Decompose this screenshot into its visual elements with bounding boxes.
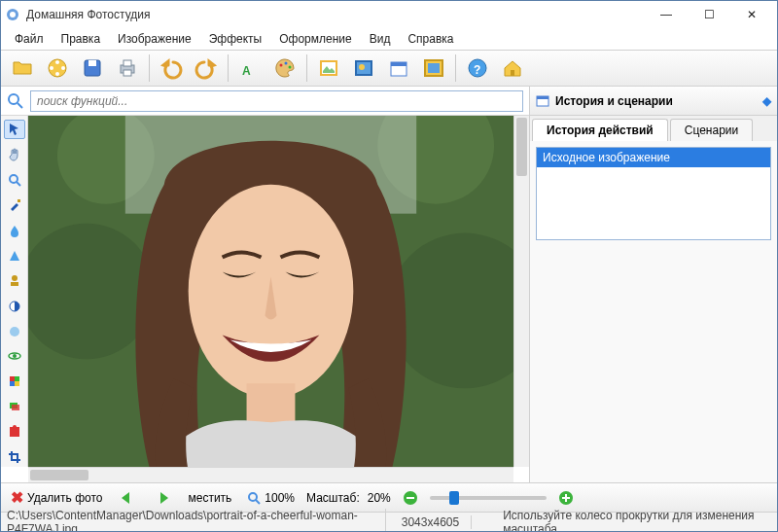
svg-line-32 [17,182,20,186]
zoom-in-button[interactable] [554,488,578,508]
pin-icon[interactable]: ◆ [762,94,771,108]
svg-point-47 [13,425,17,429]
layers-icon[interactable] [4,397,25,416]
menu-help[interactable]: Справка [400,30,461,48]
open-folder-icon[interactable] [7,53,38,84]
brush-icon[interactable] [4,195,25,215]
text-icon[interactable]: A [234,53,265,84]
minimize-button[interactable]: — [645,1,688,28]
svg-line-30 [18,103,22,108]
redo-icon[interactable] [191,53,222,84]
fit-button[interactable]: местить [184,489,235,507]
menu-image[interactable]: Изображение [110,30,199,48]
tool-tray [1,116,28,467]
svg-point-14 [285,62,288,65]
calendar-icon[interactable] [383,53,414,84]
svg-rect-43 [15,381,19,386]
close-button[interactable]: ✕ [730,1,773,28]
search-input-wrap [30,90,523,112]
delete-photo-button[interactable]: ✖ Удалить фото [7,486,106,509]
vertical-scrollbar[interactable] [513,116,529,467]
status-dimensions: 3043x4605 [402,515,472,529]
color-square-icon[interactable] [4,372,25,391]
delete-icon: ✖ [11,488,23,507]
tab-scenarios[interactable]: Сценарии [670,119,753,141]
menu-effects[interactable]: Эффекты [201,30,270,48]
puzzle-icon[interactable] [4,422,25,442]
svg-line-59 [256,500,260,504]
next-button[interactable] [149,488,176,508]
zoom-slider[interactable] [430,496,547,500]
svg-point-31 [10,175,18,183]
hand-icon[interactable] [4,145,25,164]
svg-point-1 [10,12,16,18]
home-icon[interactable] [497,53,528,84]
scale-value: 20% [368,491,391,505]
app-icon [5,7,20,22]
prev-button[interactable] [114,488,141,508]
crop-icon[interactable] [4,447,25,467]
status-hint: Используйте колесо прокрутки для изменен… [503,509,771,533]
history-list[interactable]: Исходное изображение [536,147,771,240]
svg-rect-33 [18,199,20,202]
undo-icon[interactable] [156,53,187,84]
titlebar: Домашняя Фотостудия — ☐ ✕ [1,1,777,28]
svg-rect-25 [428,63,440,73]
picture-icon[interactable] [313,53,344,84]
toolbar-separator [149,54,150,82]
svg-rect-35 [11,282,18,286]
search-icon [7,92,24,110]
scale-label: Масштаб: [306,491,360,505]
pointer-icon[interactable] [4,120,25,139]
print-icon[interactable] [112,53,143,84]
svg-rect-28 [511,70,514,76]
maximize-button[interactable]: ☐ [688,1,730,28]
history-item[interactable]: Исходное изображение [537,148,770,167]
picture-frame-icon[interactable] [418,53,449,84]
horizontal-scrollbar[interactable] [28,467,513,482]
panel-title: История и сценарии [555,94,673,108]
zoom-icon[interactable] [4,170,25,190]
menubar: Файл Правка Изображение Эффекты Оформлен… [1,28,777,50]
search-input[interactable] [31,94,522,108]
triangle-icon[interactable] [4,246,25,266]
history-panel: История и сценарии ◆ История действий Сц… [529,87,777,482]
status-path: C:\Users\ContentManager\Downloads\portra… [7,509,386,533]
svg-point-6 [50,66,53,70]
svg-text:A: A [242,64,251,78]
svg-rect-40 [10,376,15,381]
contrast-icon[interactable] [4,297,25,316]
stamp-icon[interactable] [4,271,25,291]
svg-point-37 [10,327,19,337]
svg-point-18 [359,64,365,70]
svg-point-3 [55,60,59,64]
svg-point-29 [9,94,18,104]
picture2-icon[interactable] [348,53,379,84]
tab-history[interactable]: История действий [532,119,668,141]
statusbar: C:\Users\ContentManager\Downloads\portra… [1,512,777,531]
eye-icon[interactable] [4,346,25,366]
help-icon[interactable]: ? [462,53,493,84]
save-icon[interactable] [77,53,108,84]
toolbar-separator [228,54,229,82]
film-icon[interactable] [42,53,73,84]
svg-point-15 [289,66,292,69]
zoom-100-button[interactable]: 100% [243,489,299,507]
palette-icon[interactable] [269,53,301,84]
svg-rect-42 [10,381,15,386]
svg-rect-57 [537,96,548,99]
zoom-out-button[interactable] [399,488,422,508]
svg-rect-45 [12,405,19,410]
svg-point-4 [61,66,65,70]
image-canvas[interactable] [28,116,513,467]
svg-rect-41 [15,376,19,381]
search-row [1,87,529,116]
menu-edit[interactable]: Правка [53,30,109,48]
menu-design[interactable]: Оформление [271,30,359,48]
blur-icon[interactable] [4,322,25,341]
menu-file[interactable]: Файл [7,30,52,48]
drop-icon[interactable] [4,221,25,240]
menu-view[interactable]: Вид [362,30,399,48]
svg-point-58 [249,493,257,501]
toolbar-separator [455,54,456,82]
